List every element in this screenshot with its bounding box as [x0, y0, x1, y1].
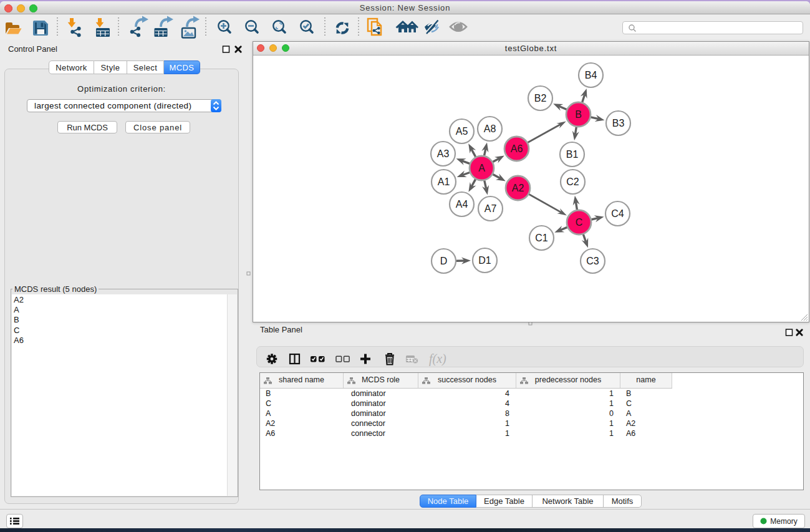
- svg-text:A: A: [478, 163, 485, 173]
- svg-text:B3: B3: [612, 118, 625, 128]
- svg-text:A8: A8: [484, 123, 496, 134]
- svg-text:A1: A1: [438, 177, 450, 187]
- svg-text:A3: A3: [437, 148, 450, 159]
- svg-text:B4: B4: [585, 70, 597, 80]
- svg-text:C4: C4: [611, 208, 624, 219]
- svg-text:A5: A5: [456, 126, 468, 137]
- svg-text:C1: C1: [535, 233, 548, 243]
- svg-text:B1: B1: [566, 149, 579, 160]
- svg-text:C3: C3: [586, 256, 599, 266]
- svg-text:A4: A4: [456, 199, 468, 210]
- svg-text:B: B: [575, 109, 582, 120]
- svg-text:A6: A6: [511, 143, 523, 154]
- svg-text:A7: A7: [485, 203, 497, 214]
- svg-text:B2: B2: [534, 93, 547, 104]
- svg-text:D1: D1: [478, 255, 491, 266]
- svg-text:C2: C2: [566, 177, 579, 187]
- svg-text:C: C: [576, 217, 583, 228]
- svg-text:D: D: [440, 256, 448, 266]
- svg-text:A2: A2: [512, 183, 524, 193]
